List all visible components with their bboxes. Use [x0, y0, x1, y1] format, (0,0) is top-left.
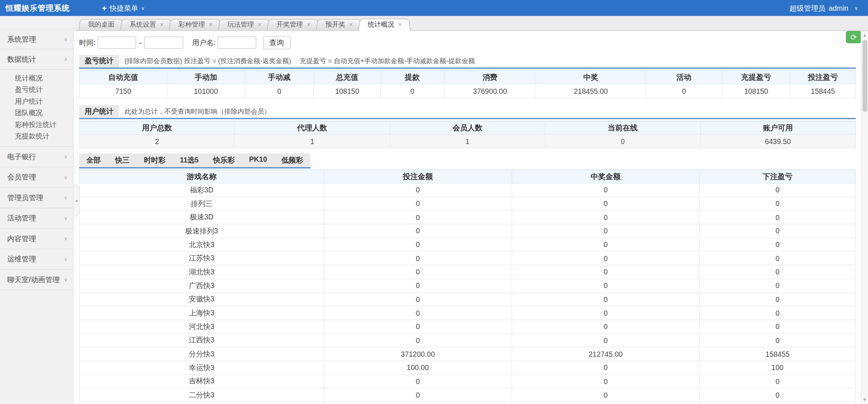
table-header-row: 游戏名称投注金额中奖金额下注盈亏 [79, 170, 855, 183]
profit-section-title: 盈亏统计 [79, 55, 119, 68]
game-row: 福彩3D000 [79, 183, 855, 197]
chevron-down-icon: ∨ [141, 5, 145, 11]
sidebar-collapse-handle[interactable]: ◂ [74, 185, 80, 217]
filter-bar: 时间: - 用户名: 查询 [79, 31, 856, 51]
table-cell: 0 [512, 374, 700, 388]
scrollbar-down-arrow[interactable]: ▼ [861, 396, 868, 404]
query-button[interactable]: 查询 [263, 36, 290, 49]
time-end-input[interactable] [144, 37, 183, 49]
close-icon[interactable]: × [349, 18, 353, 30]
refresh-button[interactable]: ⟳ [846, 31, 861, 43]
table-cell: 7150 [79, 84, 167, 98]
time-start-input[interactable] [97, 37, 136, 49]
table-cell: 0 [324, 279, 512, 292]
sidebar-item[interactable]: 数据统计∧ [0, 49, 73, 70]
game-tab[interactable]: 11选5 [173, 154, 206, 168]
profit-values-row: 715010100001081500376900.00218455.000108… [79, 84, 855, 98]
sidebar-item[interactable]: 系统管理∨ [0, 29, 73, 49]
table-cell: 0 [700, 374, 856, 388]
table-cell: 108150 [722, 84, 790, 98]
sidebar-item[interactable]: 运维管理∨ [0, 249, 73, 270]
close-icon[interactable]: × [209, 18, 213, 30]
sidebar-item[interactable]: 会员管理∨ [0, 167, 73, 188]
close-icon[interactable]: × [307, 18, 310, 30]
sidebar-subitem[interactable]: 用户统计 [0, 96, 73, 108]
sidebar-item[interactable]: 电子银行∨ [0, 147, 73, 168]
sidebar-item[interactable]: 管理员管理∨ [0, 188, 73, 209]
table-cell: 0 [324, 197, 512, 210]
table-cell: 0 [700, 388, 856, 402]
game-tab[interactable]: 快乐彩 [206, 154, 242, 168]
game-row: 北京快3000 [79, 238, 855, 251]
top-navbar: 恒耀娱乐管理系统 + 快捷菜单 ∨ 超级管理员 admin ∨ [0, 0, 868, 16]
profit-section-note: (排除内部会员数据) 投注盈亏 = (投注消费金额-返奖金额) 充提盈亏 = 自… [125, 57, 475, 66]
time-label: 时间: [79, 38, 96, 48]
table-cell: 371200.00 [324, 347, 512, 361]
game-tab[interactable]: 快三 [108, 154, 137, 168]
table-cell: 0 [512, 197, 700, 210]
close-icon[interactable]: × [258, 18, 262, 30]
game-tab[interactable]: 全部 [79, 154, 108, 168]
chevron-down-icon: ∨ [64, 229, 68, 249]
game-filter-tabs: 全部快三时时彩11选5快乐彩PK10低频彩 [79, 154, 310, 169]
tab-label: 开奖管理 [276, 18, 303, 30]
page-tab[interactable]: 预开奖× [316, 18, 362, 31]
table-cell: 0 [700, 251, 856, 265]
user-stats-table: 用户总数代理人数会员人数当前在线账户可用21106439.50 [79, 121, 856, 148]
page-tab[interactable]: 我的桌面 [79, 18, 124, 31]
table-cell: 376900.00 [444, 84, 536, 98]
sidebar-subitem[interactable]: 统计概况 [0, 73, 73, 85]
sidebar-item-label: 内容管理 [7, 229, 64, 249]
game-row: 幸运快3100.000100 [79, 361, 855, 374]
sidebar-item-label: 电子银行 [7, 147, 64, 167]
table-cell: 0 [245, 84, 314, 98]
table-cell: 0 [324, 238, 512, 251]
column-header: 用户总数 [79, 121, 235, 134]
profit-stats-table: 自动充值手动加手动减总充值提款消费中奖活动充提盈亏投注盈亏71501010000… [79, 71, 856, 98]
user-menu[interactable]: 超级管理员 admin ∨ [789, 3, 858, 13]
column-header: 总充值 [314, 71, 380, 84]
sidebar-subitem[interactable]: 团队概况 [0, 107, 73, 119]
tab-label: 玩法管理 [227, 18, 254, 30]
user-section-note: 此处为总计，不受查询时间影响（排除内部会员） [125, 107, 271, 117]
sidebar-item[interactable]: 内容管理∨ [0, 229, 73, 250]
sidebar-item-label: 系统管理 [7, 30, 64, 49]
username-input[interactable] [217, 37, 256, 49]
sidebar-subitem[interactable]: 充提款统计 [0, 131, 73, 143]
table-cell: 100 [700, 361, 856, 374]
sidebar-subitem[interactable]: 盈亏统计 [0, 84, 73, 96]
quick-menu-button[interactable]: + 快捷菜单 ∨ [102, 3, 145, 13]
table-cell: 0 [700, 292, 856, 306]
column-header: 投注金额 [324, 170, 512, 183]
game-tab[interactable]: 低频彩 [274, 154, 310, 168]
sidebar-item[interactable]: 活动管理∨ [0, 208, 73, 229]
sidebar-item[interactable]: 聊天室/动画管理∨ [0, 270, 73, 291]
user-values-row: 21106439.50 [79, 134, 855, 148]
table-cell: 108150 [314, 84, 380, 98]
table-cell: 0 [512, 292, 700, 306]
chevron-down-icon: ∨ [64, 147, 68, 167]
table-cell: 0 [700, 279, 856, 292]
column-header: 代理人数 [235, 121, 390, 134]
main-content: 时间: - 用户名: 查询 盈亏统计 (排除内部会员数据) 投注盈亏 = (投注… [74, 31, 861, 404]
game-tab[interactable]: 时时彩 [137, 154, 173, 168]
table-cell: 0 [324, 333, 512, 347]
close-icon[interactable]: × [160, 18, 164, 30]
game-row: 江苏快3000 [79, 251, 855, 265]
scrollbar-up-arrow[interactable]: ▲ [861, 32, 868, 39]
table-cell: 0 [512, 238, 700, 251]
table-cell: 0 [512, 265, 700, 279]
page-tab[interactable]: 统计概况× [358, 18, 411, 31]
close-icon[interactable]: × [398, 18, 402, 30]
game-tab[interactable]: PK10 [242, 154, 274, 168]
page-tab[interactable]: 彩种管理× [169, 18, 222, 31]
table-cell: 北京快3 [79, 238, 324, 251]
column-header: 自动充值 [79, 71, 167, 84]
column-header: 充提盈亏 [722, 71, 790, 84]
page-tab[interactable]: 玩法管理× [218, 18, 271, 31]
scrollbar-thumb[interactable] [862, 40, 867, 112]
page-tab[interactable]: 系统设置× [120, 18, 173, 31]
sidebar-subitem[interactable]: 彩种投注统计 [0, 119, 73, 131]
table-cell: 0 [324, 320, 512, 333]
page-tab[interactable]: 开奖管理× [267, 18, 320, 31]
